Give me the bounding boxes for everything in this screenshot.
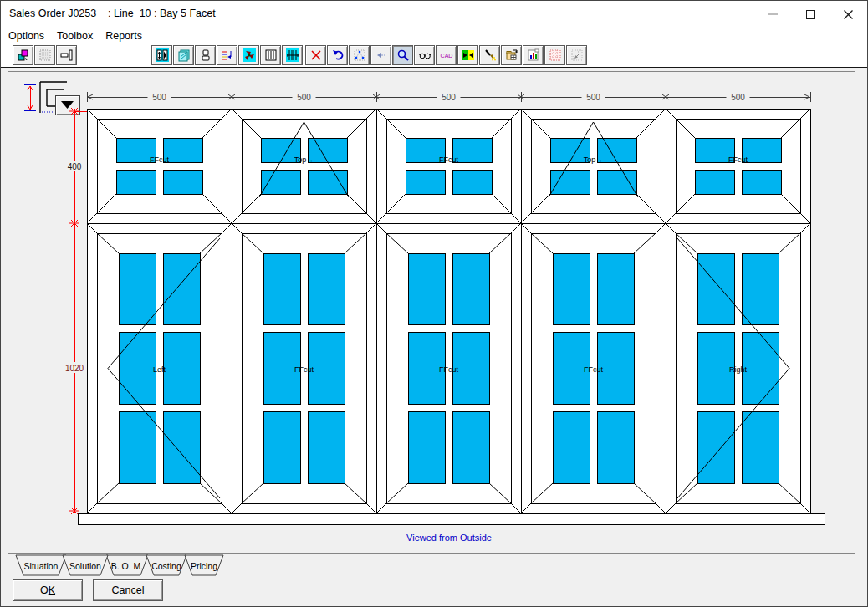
toolbar-button-panel-spacing[interactable] (56, 45, 77, 65)
toolbar-button-paint-brush[interactable] (479, 45, 500, 65)
glass-pane (119, 411, 156, 483)
width-dim-label: 500 (442, 93, 456, 102)
panel-label: FFcut (294, 365, 314, 374)
toolbar-button-coupler-bars[interactable] (282, 45, 303, 65)
toolbar-button-vertical-bars[interactable] (260, 45, 281, 65)
tab-costing[interactable]: Costing (146, 555, 186, 575)
window-panel-top-5[interactable]: FFcut (666, 109, 810, 223)
bar-chart-icon (527, 48, 540, 62)
toolbar-button-delete-cross[interactable] (305, 45, 326, 65)
toolbar-button-door-handle[interactable] (195, 45, 216, 65)
cancel-button[interactable]: Cancel (93, 579, 163, 601)
toolbar-button-bar-chart[interactable] (523, 45, 544, 65)
tab-strip: SituationB. O. M.CostingPricingSolution (1, 554, 268, 578)
glass-pane (163, 411, 200, 483)
glass-pane (597, 411, 634, 483)
window-panel-top-2[interactable]: Top→ (232, 109, 376, 223)
width-dim-label: 500 (586, 93, 600, 102)
window-panel-bottom-3[interactable]: FFcut (376, 223, 521, 513)
svg-text:CAD: CAD (440, 53, 452, 59)
glass-pane (163, 253, 200, 325)
window-sill (78, 513, 825, 524)
close-button[interactable] (830, 1, 867, 28)
toolbar-button-folder-transfer[interactable] (501, 45, 522, 65)
panel-label: FFcut (584, 365, 604, 374)
tab-label: Situation (24, 561, 59, 571)
window-panel-bottom-4[interactable]: FFcut (521, 223, 666, 513)
width-dim-label: 500 (731, 93, 745, 102)
pan-move-icon (570, 48, 584, 62)
toolbar-group-1 (13, 45, 77, 65)
panel-label: Left (153, 365, 166, 374)
window-panel-bottom-2[interactable]: FFcut (232, 223, 376, 513)
toolbar-button-compare-arrows[interactable] (457, 45, 478, 65)
window-frame-icon (156, 48, 169, 62)
toolbar-button-stipple-grid[interactable] (34, 45, 55, 65)
glass-pane (742, 333, 779, 405)
tab-b-o-m[interactable]: B. O. M. (106, 555, 148, 575)
glass-pane (163, 170, 202, 194)
glass-pane (408, 411, 445, 483)
glass-pane (597, 170, 636, 194)
toolbar-button-cad-text[interactable]: CAD (436, 45, 457, 65)
profile-dropdown-button[interactable] (55, 95, 79, 115)
toolbar-button-window-frame[interactable] (151, 45, 172, 65)
minimize-button[interactable] (754, 1, 792, 28)
top-height-label: 400 (68, 162, 82, 171)
toolbar-button-dimension-points[interactable] (349, 45, 370, 65)
tab-label: Solution (69, 561, 101, 571)
bottom-height-label: 1020 (65, 364, 84, 373)
toolbar-button-undo-arrow[interactable] (327, 45, 348, 65)
maximize-button[interactable] (792, 1, 830, 28)
panel-label: FFcut (150, 156, 170, 164)
glazing-panes-icon (177, 48, 191, 62)
dimension-points-icon (353, 48, 366, 62)
window-panel-top-1[interactable]: FFcut (87, 109, 232, 223)
glass-pane (697, 253, 734, 325)
ok-button[interactable]: OK (13, 579, 83, 601)
glass-pane (742, 138, 781, 162)
window-panel-bottom-1[interactable]: Left (87, 223, 232, 513)
glass-pane (163, 333, 200, 405)
glass-pane (553, 253, 590, 325)
maximize-icon (806, 10, 815, 19)
minimize-icon (768, 13, 778, 15)
toolbar-button-cascade-squares[interactable] (13, 45, 33, 65)
menu-options[interactable]: Options (8, 30, 45, 42)
menu-reports[interactable]: Reports (105, 30, 143, 42)
toolbar-button-glazing-panes[interactable] (173, 45, 194, 65)
width-dimensions: 500500500500500 (87, 92, 810, 102)
toolbar-button-nudge-left[interactable] (370, 45, 391, 65)
toolbar-button-pan-move[interactable] (566, 45, 587, 65)
close-icon (844, 10, 853, 19)
menu-bar: Options Toolbox Reports (1, 28, 867, 44)
glass-pane (263, 253, 300, 325)
toolbar: CAD (1, 44, 867, 68)
folder-transfer-icon (505, 48, 518, 62)
glass-pane (452, 138, 492, 162)
toolbar-button-price-grid[interactable] (544, 45, 565, 65)
glass-pane (742, 170, 781, 194)
window-panel-top-3[interactable]: FFcut (376, 109, 521, 223)
tab-solution[interactable]: Solution (63, 555, 108, 575)
toolbar-button-vent-fan[interactable] (238, 45, 259, 65)
panel-label: FFcut (439, 365, 459, 374)
glass-pane (550, 170, 590, 194)
tab-pricing[interactable]: Pricing (185, 555, 223, 575)
tab-label: Costing (151, 561, 181, 571)
glass-pane (695, 170, 734, 194)
toolbar-button-spectacles[interactable] (414, 45, 435, 65)
view-caption: Viewed from Outside (406, 533, 492, 543)
window-panel-bottom-5[interactable]: Right (666, 223, 810, 513)
undo-arrow-icon (331, 48, 345, 62)
compare-arrows-icon (462, 48, 475, 62)
tab-situation[interactable]: Situation (16, 555, 66, 575)
window-panel-top-4[interactable]: Top→ (521, 109, 666, 223)
toolbar-button-spec-lines[interactable] (217, 45, 237, 65)
glass-pane (553, 411, 590, 483)
glass-pane (742, 411, 779, 483)
toolbar-button-zoom-magnifier[interactable] (392, 45, 413, 65)
glass-pane (116, 170, 156, 194)
stipple-grid-icon (38, 48, 52, 62)
menu-toolbox[interactable]: Toolbox (56, 30, 94, 42)
